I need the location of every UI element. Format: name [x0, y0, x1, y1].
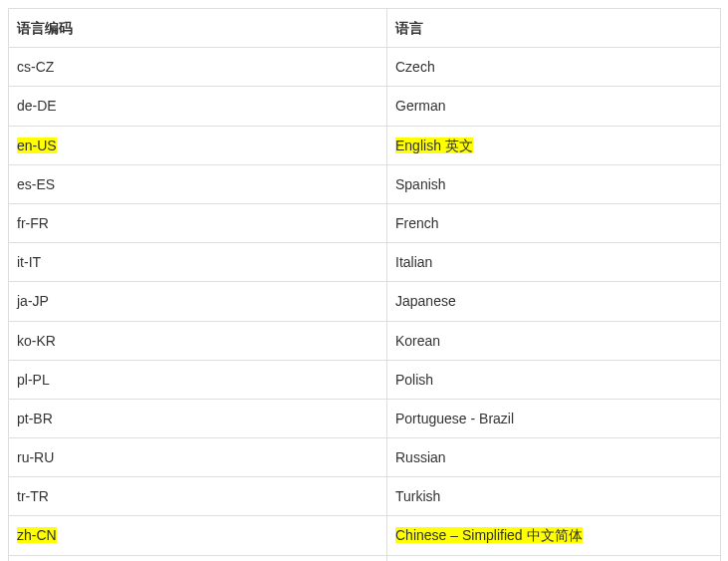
cell-code: es-ES — [9, 164, 387, 203]
language-value: Italian — [395, 254, 432, 270]
table-row: it-ITItalian — [9, 243, 721, 282]
table-row: fr-FRFrench — [9, 203, 721, 242]
code-value: de-DE — [17, 98, 57, 114]
language-value: Chinese – Simplified 中文简体 — [395, 527, 583, 543]
cell-code: ko-KR — [9, 321, 387, 360]
table-row: zh-CNChinese – Simplified 中文简体 — [9, 516, 721, 555]
cell-language: Russian — [387, 438, 721, 477]
cell-language: Polish — [387, 360, 721, 399]
language-value: Korean — [395, 333, 440, 349]
cell-language: Turkish — [387, 477, 721, 516]
cell-code: en-US — [9, 126, 387, 164]
code-value: es-ES — [17, 176, 55, 192]
code-value: pl-PL — [17, 372, 50, 388]
cell-language: Korean — [387, 321, 721, 360]
table-row: ja-JPJapanese — [9, 282, 721, 321]
cell-code: ja-JP — [9, 282, 387, 321]
cell-code: zh-TW — [9, 555, 387, 561]
table-row: cs-CZCzech — [9, 48, 721, 87]
cell-code: fr-FR — [9, 203, 387, 242]
table-row: ko-KRKorean — [9, 321, 721, 360]
header-language: 语言 — [387, 9, 721, 48]
language-value: Russian — [395, 449, 446, 465]
code-value: tr-TR — [17, 488, 49, 504]
cell-language: Chinese - Traditional — [387, 555, 721, 561]
cell-language: Czech — [387, 48, 721, 87]
language-value: Portuguese - Brazil — [395, 411, 514, 426]
cell-code: pl-PL — [9, 360, 387, 399]
language-value: English 英文 — [395, 138, 473, 153]
language-value: Spanish — [395, 176, 446, 192]
cell-code: cs-CZ — [9, 48, 387, 87]
code-value: ko-KR — [17, 333, 56, 349]
cell-language: Japanese — [387, 282, 721, 321]
table-row: zh-TWChinese - Traditional — [9, 555, 721, 561]
table-row: de-DEGerman — [9, 87, 721, 126]
language-value: Japanese — [395, 293, 456, 309]
code-value: fr-FR — [17, 215, 49, 231]
cell-code: de-DE — [9, 87, 387, 126]
language-table: 语言编码 语言 cs-CZCzechde-DEGermanen-USEnglis… — [8, 8, 721, 561]
code-value: ja-JP — [17, 293, 49, 309]
cell-code: pt-BR — [9, 399, 387, 437]
code-value: ru-RU — [17, 449, 54, 465]
header-code: 语言编码 — [9, 9, 387, 48]
language-value: Polish — [395, 372, 433, 388]
code-value: it-IT — [17, 254, 41, 270]
table-row: tr-TRTurkish — [9, 477, 721, 516]
cell-language: French — [387, 203, 721, 242]
table-row: pl-PLPolish — [9, 360, 721, 399]
code-value: zh-CN — [17, 527, 57, 543]
cell-code: zh-CN — [9, 516, 387, 555]
table-row: en-USEnglish 英文 — [9, 126, 721, 164]
cell-language: German — [387, 87, 721, 126]
cell-language: Italian — [387, 243, 721, 282]
cell-code: it-IT — [9, 243, 387, 282]
code-value: cs-CZ — [17, 59, 54, 75]
cell-language: Spanish — [387, 164, 721, 203]
cell-language: Chinese – Simplified 中文简体 — [387, 516, 721, 555]
table-row: ru-RURussian — [9, 438, 721, 477]
table-row: pt-BRPortuguese - Brazil — [9, 399, 721, 437]
language-value: French — [395, 215, 439, 231]
table-header-row: 语言编码 语言 — [9, 9, 721, 48]
cell-code: ru-RU — [9, 438, 387, 477]
code-value: en-US — [17, 138, 57, 153]
language-value: German — [395, 98, 446, 114]
language-value: Turkish — [395, 488, 440, 504]
code-value: pt-BR — [17, 411, 53, 426]
table-row: es-ESSpanish — [9, 164, 721, 203]
cell-code: tr-TR — [9, 477, 387, 516]
cell-language: Portuguese - Brazil — [387, 399, 721, 437]
language-value: Czech — [395, 59, 435, 75]
cell-language: English 英文 — [387, 126, 721, 164]
